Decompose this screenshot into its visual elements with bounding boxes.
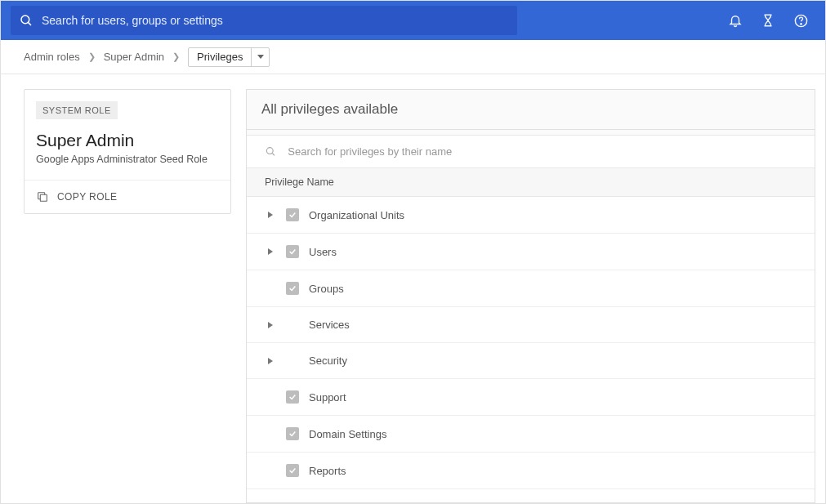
privilege-label: Reports: [309, 465, 346, 477]
content-area: SYSTEM ROLE Super Admin Google Apps Admi…: [1, 74, 825, 503]
svg-point-5: [266, 148, 273, 154]
copy-icon: [36, 190, 49, 203]
privilege-row: Security: [247, 343, 815, 379]
privilege-label: Groups: [309, 283, 344, 295]
privilege-checkbox[interactable]: [286, 390, 299, 404]
privilege-checkbox[interactable]: [286, 464, 299, 477]
privilege-label: Services: [309, 319, 350, 331]
bell-icon[interactable]: [728, 13, 743, 28]
privilege-row: Reports: [247, 453, 815, 489]
privileges-panel: All privileges available Privilege Name …: [246, 89, 815, 503]
privilege-label: Security: [309, 355, 347, 367]
global-search-input[interactable]: [42, 14, 509, 27]
breadcrumb-current-dropdown[interactable]: Privileges: [188, 47, 270, 67]
privilege-label: Organizational Units: [309, 209, 404, 221]
top-icon-group: [728, 13, 815, 29]
privilege-row: Services: [247, 307, 815, 343]
triangle-right-icon: [268, 358, 273, 364]
privilege-row: Groups: [247, 270, 815, 307]
search-icon: [19, 13, 33, 28]
svg-line-6: [272, 153, 275, 155]
breadcrumb-root[interactable]: Admin roles: [24, 51, 80, 63]
top-bar: [1, 1, 825, 40]
expand-toggle[interactable]: [265, 358, 276, 364]
expand-toggle[interactable]: [265, 212, 276, 218]
privilege-label: Users: [309, 246, 337, 258]
expand-toggle[interactable]: [265, 248, 276, 255]
privilege-checkbox[interactable]: [286, 245, 299, 258]
chevron-right-icon: ❯: [88, 51, 96, 62]
privilege-label: Support: [309, 391, 346, 404]
privilege-row: Support: [247, 379, 815, 416]
search-icon: [265, 145, 276, 158]
privilege-label: Domain Settings: [309, 428, 386, 440]
triangle-right-icon: [268, 322, 273, 328]
triangle-right-icon: [268, 248, 273, 255]
svg-rect-4: [40, 194, 47, 201]
copy-role-label: COPY ROLE: [57, 191, 117, 203]
breadcrumb: Admin roles ❯ Super Admin ❯ Privileges: [1, 40, 825, 74]
privilege-list: Organizational UnitsUsersGroupsServicesS…: [247, 197, 815, 489]
svg-line-1: [28, 22, 31, 25]
global-search-wrap[interactable]: [11, 6, 517, 35]
panel-header: All privileges available: [247, 90, 815, 130]
privilege-row: Domain Settings: [247, 416, 815, 453]
role-subtitle: Google Apps Administrator Seed Role: [25, 154, 230, 180]
breadcrumb-mid[interactable]: Super Admin: [104, 51, 164, 63]
privilege-row: Users: [247, 234, 815, 270]
hourglass-icon[interactable]: [761, 13, 775, 28]
privileges-body: Privilege Name Organizational UnitsUsers…: [247, 135, 815, 502]
copy-role-button[interactable]: COPY ROLE: [25, 180, 230, 213]
privilege-row: Organizational Units: [247, 197, 815, 234]
role-card: SYSTEM ROLE Super Admin Google Apps Admi…: [24, 89, 231, 214]
privileges-search-input[interactable]: [288, 145, 797, 158]
privilege-checkbox[interactable]: [286, 282, 299, 295]
privilege-checkbox[interactable]: [286, 427, 299, 440]
svg-point-3: [801, 23, 801, 24]
privileges-search-row: [247, 136, 815, 168]
triangle-right-icon: [268, 212, 273, 218]
privilege-checkbox[interactable]: [286, 208, 299, 221]
svg-point-0: [21, 16, 29, 24]
caret-down-icon[interactable]: [251, 48, 269, 66]
privilege-column-header: Privilege Name: [247, 168, 815, 197]
chevron-right-icon: ❯: [172, 51, 180, 62]
expand-toggle[interactable]: [265, 322, 276, 328]
role-title: Super Admin: [25, 119, 230, 154]
system-role-badge: SYSTEM ROLE: [36, 101, 118, 119]
breadcrumb-current-label: Privileges: [189, 51, 251, 63]
help-icon[interactable]: [793, 13, 809, 29]
